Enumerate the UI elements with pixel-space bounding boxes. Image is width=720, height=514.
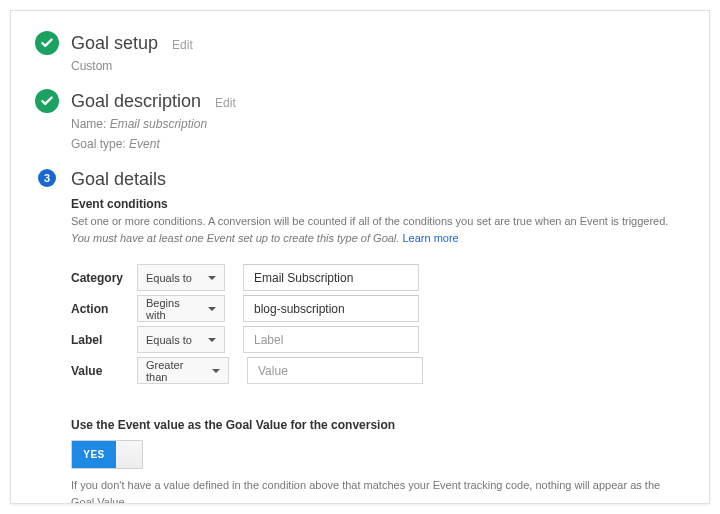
event-conditions-list: Category Equals to Action Begins with — [71, 264, 685, 384]
operator-value: Greater than — [146, 359, 206, 383]
step-number-badge: 3 — [38, 169, 56, 187]
operator-value: Begins with — [146, 297, 202, 321]
edit-link[interactable]: Edit — [215, 96, 236, 110]
goal-value-toggle[interactable]: YES — [71, 440, 143, 469]
checkmark-icon — [35, 89, 59, 113]
conditions-desc-b: You must have at least one Event set up … — [71, 232, 399, 244]
condition-label: Label — [71, 333, 137, 347]
category-input[interactable] — [243, 264, 419, 291]
step-title: Goal details — [71, 167, 166, 191]
chevron-down-icon — [208, 338, 216, 342]
learn-more-link[interactable]: Learn more — [402, 232, 458, 244]
type-label: Goal type: — [71, 137, 126, 151]
step-goal-details: 3 Goal details Event conditions Set one … — [35, 167, 685, 504]
operator-select[interactable]: Equals to — [137, 264, 225, 291]
condition-label: Action — [71, 302, 137, 316]
goal-wizard-panel: Goal setup Edit Custom Goal description … — [10, 10, 710, 504]
conditions-desc-a: Set one or more conditions. A conversion… — [71, 215, 668, 227]
value-input[interactable] — [247, 357, 423, 384]
event-conditions-sub: Set one or more conditions. A conversion… — [71, 213, 685, 246]
edit-link[interactable]: Edit — [172, 38, 193, 52]
event-conditions-title: Event conditions — [71, 197, 685, 211]
step-goal-setup: Goal setup Edit Custom — [35, 31, 685, 75]
goal-value-note: If you don't have a value defined in the… — [71, 477, 685, 504]
chevron-down-icon — [208, 276, 216, 280]
step-body: Goal details Event conditions Set one or… — [71, 167, 685, 504]
step-type-line: Goal type: Event — [71, 135, 685, 153]
operator-select[interactable]: Begins with — [137, 295, 225, 322]
operator-value: Equals to — [146, 334, 192, 346]
step-goal-description: Goal description Edit Name: Email subscr… — [35, 89, 685, 153]
step-title: Goal setup — [71, 31, 158, 55]
name-label: Name: — [71, 117, 106, 131]
condition-row-category: Category Equals to — [71, 264, 685, 291]
condition-row-action: Action Begins with — [71, 295, 685, 322]
condition-label: Category — [71, 271, 137, 285]
chevron-down-icon — [212, 369, 220, 373]
operator-select[interactable]: Greater than — [137, 357, 229, 384]
app-frame: Goal setup Edit Custom Goal description … — [0, 0, 720, 514]
step-body: Goal setup Edit Custom — [71, 31, 685, 75]
label-input[interactable] — [243, 326, 419, 353]
action-input[interactable] — [243, 295, 419, 322]
operator-value: Equals to — [146, 272, 192, 284]
step-title: Goal description — [71, 89, 201, 113]
toggle-state-label: YES — [72, 441, 116, 468]
step-name-line: Name: Email subscription — [71, 115, 685, 133]
operator-select[interactable]: Equals to — [137, 326, 225, 353]
step-body: Goal description Edit Name: Email subscr… — [71, 89, 685, 153]
checkmark-icon — [35, 31, 59, 55]
type-value: Event — [129, 137, 160, 151]
goal-value-section: Use the Event value as the Goal Value fo… — [71, 418, 685, 504]
chevron-down-icon — [208, 307, 216, 311]
step-subtype: Custom — [71, 57, 685, 75]
condition-row-value: Value Greater than — [71, 357, 685, 384]
condition-label: Value — [71, 364, 137, 378]
condition-row-label: Label Equals to — [71, 326, 685, 353]
name-value: Email subscription — [110, 117, 207, 131]
goal-value-title: Use the Event value as the Goal Value fo… — [71, 418, 685, 432]
